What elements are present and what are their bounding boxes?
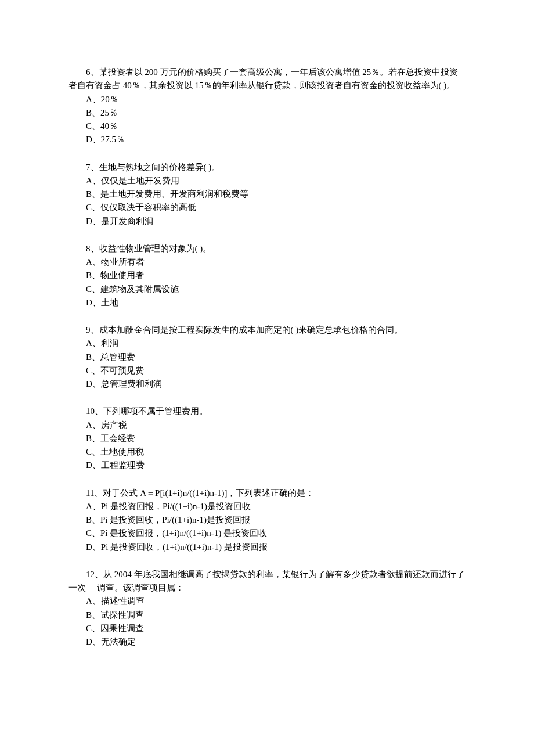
option-a: A、物业所有者 xyxy=(68,255,466,269)
option-c: C、因果性调查 xyxy=(68,622,466,635)
option-b: B、总管理费 xyxy=(68,351,466,364)
option-d: D、27.5％ xyxy=(68,133,466,146)
question-number: 6、 xyxy=(86,67,99,77)
option-a: A、Pi 是投资回报，Pi/((1+i)n-1)是投资回收 xyxy=(68,500,466,513)
option-a: A、仅仅是土地开发费用 xyxy=(68,174,466,188)
question-6: 6、某投资者以 200 万元的价格购买了一套高级公寓，一年后该公寓增值 25％。… xyxy=(68,66,466,147)
option-b: B、是土地开发费用、开发商利润和税费等 xyxy=(68,188,466,201)
option-c: C、40％ xyxy=(68,120,466,133)
option-d: D、工程监理费 xyxy=(68,459,466,472)
option-a: A、利润 xyxy=(68,337,466,350)
question-12: 12、从 2004 年底我国相继调高了按揭贷款的利率，某银行为了解有多少贷款者欲… xyxy=(68,568,466,649)
option-c: C、土地使用税 xyxy=(68,445,466,459)
option-d: D、土地 xyxy=(68,296,466,309)
question-text: 11、对于公式 A＝P[i(1+i)n/((1+i)n-1)]，下列表述正确的是… xyxy=(68,487,466,500)
option-a: A、20％ xyxy=(68,93,466,106)
question-10: 10、下列哪项不属于管理费用。 A、房产税 B、工会经费 C、土地使用税 D、工… xyxy=(68,405,466,472)
question-7: 7、生地与熟地之间的价格差异( )。 A、仅仅是土地开发费用 B、是土地开发费用… xyxy=(68,161,466,228)
question-text: 6、某投资者以 200 万元的价格购买了一套高级公寓，一年后该公寓增值 25％。… xyxy=(68,66,466,93)
question-number: 8、 xyxy=(86,244,99,253)
question-body: 下列哪项不属于管理费用。 xyxy=(103,406,208,416)
option-b: B、试探性调查 xyxy=(68,609,466,622)
option-d: D、是开发商利润 xyxy=(68,215,466,228)
question-8: 8、收益性物业管理的对象为( )。 A、物业所有者 B、物业使用者 C、建筑物及… xyxy=(68,242,466,309)
option-c: C、Pi 是投资回报，(1+i)n/((1+i)n-1) 是投资回收 xyxy=(68,527,466,540)
question-text: 9、成本加酬金合同是按工程实际发生的成本加商定的( )来确定总承包价格的合同。 xyxy=(68,323,466,337)
question-9: 9、成本加酬金合同是按工程实际发生的成本加商定的( )来确定总承包价格的合同。 … xyxy=(68,323,466,391)
question-number: 7、 xyxy=(86,163,99,172)
option-b: B、Pi 是投资回收，Pi/((1+i)n-1)是投资回报 xyxy=(68,513,466,527)
question-number: 11、 xyxy=(86,488,103,498)
option-c: C、建筑物及其附属设施 xyxy=(68,283,466,296)
question-number: 12、 xyxy=(86,570,103,579)
option-d: D、无法确定 xyxy=(68,635,466,649)
question-body: 成本加酬金合同是按工程实际发生的成本加商定的( )来确定总承包价格的合同。 xyxy=(99,325,403,334)
option-d: D、总管理费和利润 xyxy=(68,377,466,391)
question-number: 9、 xyxy=(86,325,99,334)
question-number: 10、 xyxy=(86,406,103,416)
question-body: 对于公式 A＝P[i(1+i)n/((1+i)n-1)]，下列表述正确的是： xyxy=(103,488,314,498)
question-text: 8、收益性物业管理的对象为( )。 xyxy=(68,242,466,255)
question-text: 12、从 2004 年底我国相继调高了按揭贷款的利率，某银行为了解有多少贷款者欲… xyxy=(68,568,466,595)
option-c: C、仅仅取决于容积率的高低 xyxy=(68,201,466,214)
option-a: A、房产税 xyxy=(68,419,466,432)
question-text: 7、生地与熟地之间的价格差异( )。 xyxy=(68,161,466,174)
option-a: A、描述性调查 xyxy=(68,595,466,608)
question-text: 10、下列哪项不属于管理费用。 xyxy=(68,405,466,418)
option-b: B、25％ xyxy=(68,106,466,120)
option-b: B、工会经费 xyxy=(68,432,466,445)
option-d: D、Pi 是投资回收，(1+i)n/((1+i)n-1) 是投资回报 xyxy=(68,541,466,554)
question-body: 某投资者以 200 万元的价格购买了一套高级公寓，一年后该公寓增值 25％。若在… xyxy=(68,67,458,90)
document-content: 6、某投资者以 200 万元的价格购买了一套高级公寓，一年后该公寓增值 25％。… xyxy=(68,66,466,649)
question-body: 生地与熟地之间的价格差异( )。 xyxy=(99,163,221,172)
option-c: C、不可预见费 xyxy=(68,364,466,377)
option-b: B、物业使用者 xyxy=(68,269,466,282)
question-11: 11、对于公式 A＝P[i(1+i)n/((1+i)n-1)]，下列表述正确的是… xyxy=(68,487,466,554)
question-body: 收益性物业管理的对象为( )。 xyxy=(99,244,212,253)
question-body: 从 2004 年底我国相继调高了按揭贷款的利率，某银行为了解有多少贷款者欲提前还… xyxy=(68,570,465,592)
